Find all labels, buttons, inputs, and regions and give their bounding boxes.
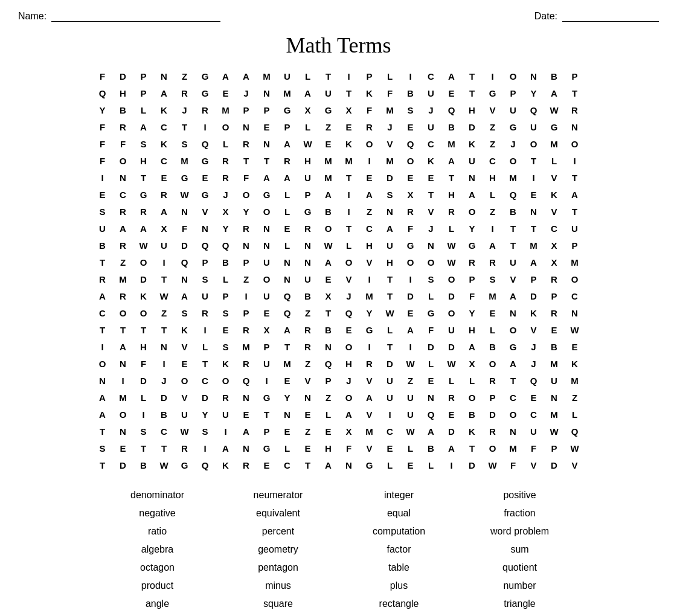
grid-cell: C <box>154 423 175 440</box>
grid-cell: O <box>216 118 236 135</box>
grid-cell: N <box>421 389 441 406</box>
grid-cell: I <box>133 406 154 423</box>
grid-cell: E <box>154 169 175 186</box>
grid-cell: V <box>544 203 565 220</box>
grid-cell: D <box>544 457 565 473</box>
header: Name: Date: <box>12 6 665 27</box>
grid-cell: F <box>92 118 113 135</box>
grid-cell: N <box>92 372 113 389</box>
grid-row: COOZSRSPEQZTQYWEGOYENKRN <box>92 304 585 321</box>
grid-cell: V <box>359 440 380 457</box>
grid-cell: P <box>565 237 585 254</box>
word-item: fraction <box>460 506 580 521</box>
grid-cell: H <box>133 152 154 169</box>
grid-cell: C <box>524 406 544 423</box>
grid-cell: N <box>257 220 277 237</box>
grid-cell: A <box>421 423 441 440</box>
word-search-grid: FDPNZGAAMULTIPLICATIONBPQHPARGEJNMAUTKFB… <box>12 68 665 473</box>
grid-cell: L <box>421 287 441 304</box>
grid-cell: N <box>524 203 544 220</box>
grid-cell: B <box>544 68 565 85</box>
grid-cell: Q <box>421 406 441 423</box>
grid-cell: T <box>339 169 359 186</box>
grid-cell: O <box>565 271 585 287</box>
grid-cell: D <box>133 271 154 287</box>
grid-cell: V <box>503 271 524 287</box>
grid-cell: O <box>113 406 133 423</box>
grid-cell: A <box>503 355 524 372</box>
grid-cell: I <box>359 338 380 355</box>
word-item: equal <box>339 506 460 521</box>
grid-cell: E <box>257 118 277 135</box>
grid-cell: C <box>359 220 380 237</box>
word-item: triangle <box>460 597 580 611</box>
grid-cell: E <box>441 85 462 101</box>
grid-cell: O <box>503 321 524 338</box>
name-underline[interactable] <box>51 11 220 22</box>
grid-cell: U <box>257 254 277 271</box>
grid-cell: K <box>462 135 483 152</box>
grid-cell: E <box>195 169 216 186</box>
grid-cell: O <box>483 355 503 372</box>
grid-cell: L <box>462 372 483 389</box>
grid-cell: X <box>544 237 565 254</box>
grid-cell: G <box>175 169 195 186</box>
grid-cell: Z <box>113 254 133 271</box>
grid-cell: Q <box>92 85 113 101</box>
grid-cell: T <box>380 338 400 355</box>
grid-cell: X <box>216 203 236 220</box>
grid-cell: N <box>175 271 195 287</box>
grid-cell: I <box>359 152 380 169</box>
grid-cell: Y <box>277 389 298 406</box>
grid-cell: V <box>544 169 565 186</box>
grid-cell: T <box>462 85 483 101</box>
grid-cell: D <box>462 457 483 473</box>
grid-cell: I <box>195 118 216 135</box>
grid-cell: M <box>339 152 359 169</box>
grid-row: QHPARGEJNMAUTKFBUETGPYAT <box>92 85 585 101</box>
grid-cell: R <box>359 118 380 135</box>
word-item: computation <box>339 524 460 539</box>
grid-cell: U <box>216 406 236 423</box>
grid-cell: W <box>298 135 318 152</box>
grid-cell: U <box>257 355 277 372</box>
grid-cell: T <box>462 440 483 457</box>
grid-cell: S <box>400 101 421 118</box>
grid-cell: I <box>400 271 421 287</box>
grid-cell: P <box>277 118 298 135</box>
grid-cell: Z <box>400 372 421 389</box>
grid-cell: U <box>421 118 441 135</box>
grid-cell: G <box>503 118 524 135</box>
grid-cell: L <box>380 68 400 85</box>
grid-cell: M <box>483 287 503 304</box>
grid-cell: N <box>298 237 318 254</box>
grid-cell: P <box>257 338 277 355</box>
grid-cell: T <box>339 85 359 101</box>
grid-cell: C <box>154 118 175 135</box>
grid-cell: L <box>483 186 503 203</box>
grid-cell: M <box>113 271 133 287</box>
grid-cell: L <box>421 457 441 473</box>
grid-cell: S <box>92 203 113 220</box>
grid-cell: P <box>133 85 154 101</box>
grid-cell: O <box>339 338 359 355</box>
grid-row: BRWUDQQNNLNWLHUGNWGATMXP <box>92 237 585 254</box>
grid-cell: L <box>318 406 339 423</box>
date-underline[interactable] <box>562 11 659 22</box>
grid-cell: M <box>359 287 380 304</box>
grid-cell: Y <box>92 101 113 118</box>
grid-cell: U <box>318 85 339 101</box>
grid-cell: K <box>154 135 175 152</box>
grid-cell: U <box>524 118 544 135</box>
grid-cell: J <box>339 287 359 304</box>
grid-cell: T <box>154 321 175 338</box>
name-field: Name: <box>18 11 220 22</box>
grid-cell: K <box>216 355 236 372</box>
grid-cell: L <box>216 135 236 152</box>
grid-cell: O <box>318 220 339 237</box>
grid-cell: J <box>380 118 400 135</box>
grid-cell: N <box>565 118 585 135</box>
grid-cell: V <box>524 321 544 338</box>
grid-cell: O <box>133 304 154 321</box>
grid-cell: I <box>565 152 585 169</box>
